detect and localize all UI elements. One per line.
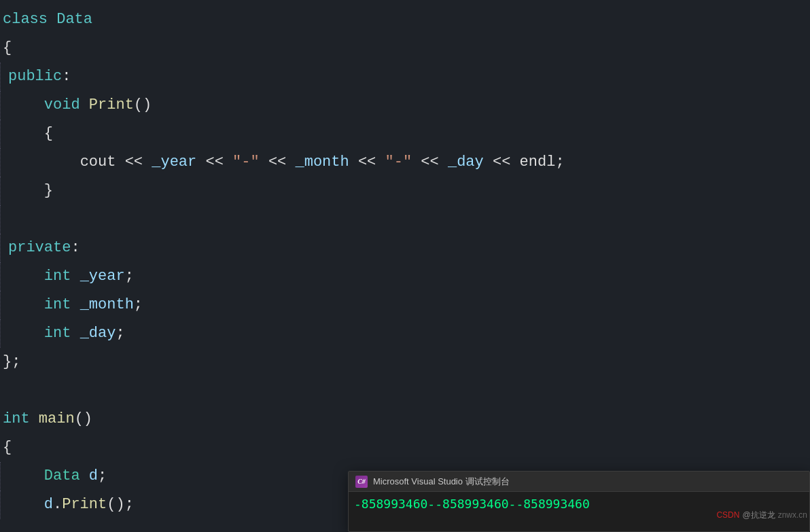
keyword-public: public bbox=[8, 63, 62, 91]
console-title: Microsoft Visual Studio 调试控制台 bbox=[373, 467, 510, 496]
keyword-int-month: int bbox=[44, 291, 71, 319]
string-dash1: "-" bbox=[232, 148, 260, 177]
func-main: main bbox=[39, 405, 75, 433]
code-line-int-year: int _year; bbox=[0, 262, 810, 291]
code-line-empty2 bbox=[0, 376, 810, 405]
var-day: _day bbox=[448, 148, 484, 177]
code-line-open-brace2: { bbox=[0, 120, 810, 148]
console-header: C# Microsoft Visual Studio 调试控制台 bbox=[349, 472, 809, 492]
var-month: _month bbox=[296, 148, 349, 177]
keyword-void: void bbox=[44, 91, 80, 120]
code-editor: class Data { public: void Print() { bbox=[0, 0, 810, 532]
code-line-open-brace1: { bbox=[0, 34, 810, 63]
string-dash2: "-" bbox=[385, 148, 412, 177]
watermark-user: @抗逆龙 bbox=[742, 501, 775, 529]
code-line-cout: cout << _year << "-" << _month << "-" <<… bbox=[0, 148, 810, 177]
field-month: _month bbox=[80, 291, 134, 319]
keyword-private: private bbox=[8, 234, 71, 262]
var-d2: d bbox=[44, 491, 53, 519]
var-d: d bbox=[89, 462, 98, 491]
keyword-endl: endl bbox=[520, 148, 556, 177]
class-name-data: Data bbox=[56, 5, 92, 34]
watermark-site: znwx.cn bbox=[778, 501, 807, 529]
keyword-int-year: int bbox=[44, 262, 71, 291]
code-line-close-semicolon: }; bbox=[0, 348, 810, 376]
keyword-class: class bbox=[3, 5, 48, 34]
code-line-int-month: int _month; bbox=[0, 291, 810, 319]
code-line-public: public: bbox=[0, 63, 810, 91]
watermark: CSDN @抗逆龙 znwx.cn bbox=[716, 501, 807, 529]
code-line-int-main: int main() bbox=[0, 405, 810, 433]
code-line-open-brace3: { bbox=[0, 433, 810, 462]
keyword-int-main: int bbox=[3, 405, 30, 433]
console-output-text: -858993460--858993460--858993460 bbox=[354, 497, 590, 511]
func-print: Print bbox=[89, 91, 134, 120]
code-line-empty1 bbox=[0, 205, 810, 234]
code-line-int-day: int _day; bbox=[0, 319, 810, 348]
method-print: Print bbox=[62, 491, 107, 519]
code-line-class: class Data bbox=[0, 5, 810, 34]
keyword-int-day: int bbox=[44, 319, 71, 348]
code-line-private: private: bbox=[0, 234, 810, 262]
field-year: _year bbox=[80, 262, 125, 291]
csdn-label: CSDN bbox=[716, 501, 739, 529]
console-app-icon: C# bbox=[355, 476, 368, 488]
keyword-cout: cout bbox=[80, 148, 116, 177]
code-line-void-print: void Print() bbox=[0, 91, 810, 120]
code-line-close-brace2: } bbox=[0, 177, 810, 205]
var-year: _year bbox=[152, 148, 196, 177]
field-day: _day bbox=[80, 319, 116, 348]
class-ref-data: Data bbox=[44, 462, 80, 491]
